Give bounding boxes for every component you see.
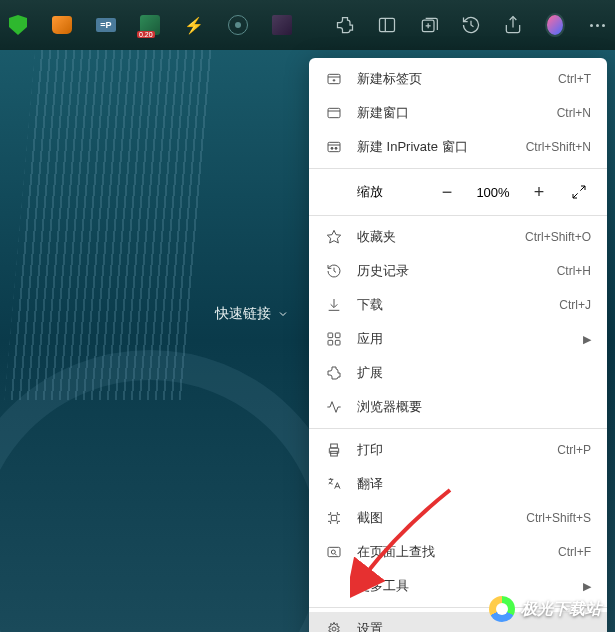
target-icon[interactable] [228, 15, 248, 35]
svg-point-14 [331, 147, 333, 149]
svg-rect-12 [328, 142, 340, 151]
puzzle-icon [325, 364, 343, 382]
lightning-icon[interactable]: ⚡ [184, 15, 204, 35]
menu-label: 历史记录 [357, 262, 557, 280]
find-icon [325, 543, 343, 561]
menu-shortcut: Ctrl+Shift+N [526, 140, 591, 154]
menu-browser-overview[interactable]: 浏览器概要 [309, 390, 607, 424]
sidebar-icon[interactable] [377, 15, 397, 35]
svg-rect-10 [328, 108, 340, 117]
zoom-out-button[interactable]: − [435, 180, 459, 204]
history-icon[interactable] [461, 15, 481, 35]
menu-shortcut: Ctrl+Shift+S [526, 511, 591, 525]
menu-shortcut: Ctrl+N [557, 106, 591, 120]
menu-downloads[interactable]: 下载 Ctrl+J [309, 288, 607, 322]
new-tab-icon [325, 70, 343, 88]
svg-rect-28 [328, 547, 340, 556]
fullscreen-button[interactable] [567, 180, 591, 204]
menu-apps[interactable]: 应用 ▶ [309, 322, 607, 356]
menu-extensions[interactable]: 扩展 [309, 356, 607, 390]
toolbar-right-group [335, 15, 607, 35]
menu-translate[interactable]: 翻译 [309, 467, 607, 501]
menu-new-window[interactable]: 新建窗口 Ctrl+N [309, 96, 607, 130]
svg-rect-0 [380, 18, 395, 31]
menu-history[interactable]: 历史记录 Ctrl+H [309, 254, 607, 288]
zoom-label: 缩放 [357, 183, 435, 201]
svg-line-16 [580, 186, 585, 191]
history-icon [325, 262, 343, 280]
profile-avatar-icon[interactable] [545, 15, 565, 35]
watermark-text: 极光下载站 [521, 599, 601, 620]
menu-label: 收藏夹 [357, 228, 525, 246]
fullscreen-icon [571, 184, 587, 200]
menu-label: 扩展 [357, 364, 591, 382]
menu-label: 下载 [357, 296, 559, 314]
shield-icon[interactable] [8, 15, 28, 35]
quick-link-label[interactable]: 快速链接 [215, 305, 289, 323]
menu-label: 应用 [357, 330, 583, 348]
background-decoration [0, 350, 350, 632]
svg-line-30 [335, 554, 337, 556]
toolbar-left-group: =P 0.20 ⚡ [8, 15, 292, 35]
avatar-extension-icon[interactable] [272, 15, 292, 35]
menu-favorites[interactable]: 收藏夹 Ctrl+Shift+O [309, 220, 607, 254]
svg-rect-23 [335, 340, 340, 345]
collections-icon[interactable] [419, 15, 439, 35]
inprivate-icon [325, 138, 343, 156]
chevron-right-icon: ▶ [583, 580, 591, 593]
main-menu: 新建标签页 Ctrl+T 新建窗口 Ctrl+N 新建 InPrivate 窗口… [309, 58, 607, 632]
menu-shortcut: Ctrl+J [559, 298, 591, 312]
watermark-logo-icon [489, 596, 515, 622]
svg-rect-20 [328, 333, 333, 338]
menu-shortcut: Ctrl+H [557, 264, 591, 278]
chevron-right-icon: ▶ [583, 333, 591, 346]
print-icon [325, 441, 343, 459]
menu-label: 浏览器概要 [357, 398, 591, 416]
menu-label: 新建 InPrivate 窗口 [357, 138, 526, 156]
menu-new-tab[interactable]: 新建标签页 Ctrl+T [309, 62, 607, 96]
svg-rect-21 [335, 333, 340, 338]
share-icon[interactable] [503, 15, 523, 35]
chevron-down-icon [277, 308, 289, 320]
gear-icon [325, 620, 343, 632]
ep-extension-icon[interactable]: =P [96, 15, 116, 35]
zoom-value: 100% [475, 185, 511, 200]
menu-label: 在页面上查找 [357, 543, 558, 561]
quick-link-text: 快速链接 [215, 305, 271, 323]
menu-new-inprivate[interactable]: 新建 InPrivate 窗口 Ctrl+Shift+N [309, 130, 607, 164]
menu-shortcut: Ctrl+P [557, 443, 591, 457]
browser-toolbar: =P 0.20 ⚡ [0, 0, 615, 50]
menu-shortcut: Ctrl+F [558, 545, 591, 559]
menu-shortcut: Ctrl+T [558, 72, 591, 86]
menu-label: 打印 [357, 441, 557, 459]
svg-point-15 [335, 147, 337, 149]
menu-label: 新建窗口 [357, 104, 557, 122]
menu-label: 截图 [357, 509, 526, 527]
menu-find[interactable]: 在页面上查找 Ctrl+F [309, 535, 607, 569]
menu-zoom-row: 缩放 − 100% + [309, 173, 607, 211]
watermark: 极光下载站 [489, 596, 601, 622]
svg-point-29 [331, 550, 335, 554]
extensions-icon[interactable] [335, 15, 355, 35]
menu-label: 更多工具 [357, 577, 583, 595]
fox-icon[interactable] [52, 15, 72, 35]
menu-shortcut: Ctrl+Shift+O [525, 230, 591, 244]
screenshot-icon [325, 509, 343, 527]
menu-divider [309, 428, 607, 429]
translate-icon [325, 475, 343, 493]
download-icon [325, 296, 343, 314]
play-extension-icon[interactable]: 0.20 [140, 15, 160, 35]
svg-line-17 [573, 193, 578, 198]
new-window-icon [325, 104, 343, 122]
background-decoration [5, 50, 216, 400]
svg-rect-25 [331, 444, 338, 448]
apps-icon [325, 330, 343, 348]
svg-rect-27 [331, 515, 336, 520]
svg-rect-22 [328, 340, 333, 345]
more-menu-icon[interactable] [587, 15, 607, 35]
menu-print[interactable]: 打印 Ctrl+P [309, 433, 607, 467]
zoom-in-button[interactable]: + [527, 180, 551, 204]
svg-marker-18 [327, 230, 340, 243]
menu-screenshot[interactable]: 截图 Ctrl+Shift+S [309, 501, 607, 535]
menu-label: 翻译 [357, 475, 591, 493]
